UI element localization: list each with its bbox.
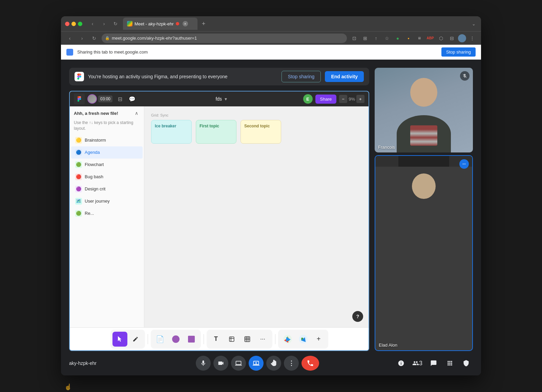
pen-tool[interactable] (128, 332, 143, 347)
browser-nav: ‹ › ↻ (88, 19, 120, 28)
maximize-window-button[interactable] (78, 22, 82, 26)
back-button[interactable]: ‹ (88, 19, 97, 28)
browser-window: ‹ › ↻ Meet - aky-hzpk-ehr × + ⌄ ‹ › ↻ 🔒 … (61, 16, 481, 375)
template-brainstorm-label: Brainstorm (85, 138, 106, 143)
panel-header-text: Ahh, a fresh new file! (74, 111, 118, 116)
view-mode-icon[interactable]: ⊟ (115, 94, 125, 104)
active-tab[interactable]: Meet - aky-hzpk-ehr × (123, 18, 197, 30)
help-button[interactable]: ? (352, 311, 363, 322)
new-tab-button[interactable]: + (199, 19, 208, 28)
ice-breaker-label: Ice breaker (155, 124, 176, 128)
camera-button[interactable] (213, 356, 228, 371)
more-options-button[interactable]: ⋮ (284, 356, 299, 371)
read-mode-button[interactable]: ⊞ (360, 34, 370, 43)
timer-badge: 03:00 (98, 96, 112, 102)
template-re-label: Re... (85, 211, 94, 216)
panel-hint: Use the ↑↓ keys to pick a starting layou… (70, 120, 144, 134)
cast-button[interactable]: ⊡ (350, 34, 359, 43)
present-button[interactable] (231, 356, 246, 371)
template-user-journey[interactable]: 🗺️ User journey (71, 195, 143, 207)
template-design-crit[interactable]: 🟣 Design crit (71, 183, 143, 195)
people-button[interactable]: 3 (411, 356, 424, 370)
raise-hand-button[interactable] (266, 356, 281, 371)
back-addr-button[interactable]: ‹ (65, 34, 75, 43)
meet-right-controls: 3 (392, 356, 473, 370)
ext-layout[interactable]: ⊟ (447, 34, 457, 43)
zoom-in-button[interactable]: + (356, 95, 364, 103)
francois-name-label: Francois (378, 145, 395, 150)
figma-share-button[interactable]: Share (315, 95, 337, 104)
template-re[interactable]: 🟢 Re... (71, 207, 143, 220)
circle-tool[interactable] (168, 332, 183, 347)
canvas-card-ice-breaker[interactable]: Ice breaker (151, 120, 192, 144)
template-agenda[interactable]: 🔵 Agenda (71, 146, 143, 159)
microphone-button[interactable] (196, 356, 211, 371)
tab-close-button[interactable]: × (183, 21, 188, 26)
zoom-level: 9% (349, 97, 355, 102)
figma-logo-icon (75, 72, 84, 81)
minimize-window-button[interactable] (71, 22, 76, 26)
canvas-card-second-topic[interactable]: Second topic (241, 120, 281, 144)
comment-icon[interactable]: 💬 (127, 94, 137, 104)
rect-tool[interactable] (184, 332, 199, 347)
figma-menu-button[interactable] (74, 94, 85, 104)
user-avatar[interactable] (458, 34, 466, 42)
canvas-card-first-topic[interactable]: First topic (196, 120, 236, 144)
meet-btn[interactable]: ● (393, 34, 402, 43)
activities-button[interactable] (443, 356, 457, 370)
stop-sharing-meet-button[interactable]: Stop sharing (282, 71, 321, 82)
zoom-out-button[interactable]: − (339, 95, 347, 103)
canvas-cards-row: Ice breaker First topic Second topic (151, 120, 362, 144)
activity-banner-text: You're hosting an activity using Figma, … (88, 74, 277, 79)
toolbar-section-select (110, 330, 145, 349)
reload-addr-button[interactable]: ↻ (89, 34, 99, 43)
template-flowchart[interactable]: 🟢 Flowchart (71, 159, 143, 171)
toolbar-divider-2 (204, 334, 204, 344)
francois-head (410, 78, 437, 107)
elad-more-options-button[interactable]: ··· (459, 159, 469, 169)
select-tool[interactable] (112, 332, 127, 347)
design-crit-icon: 🟣 (75, 186, 82, 192)
chat-button[interactable] (427, 356, 440, 370)
activity-share-button[interactable] (249, 356, 264, 371)
template-user-journey-label: User journey (85, 199, 110, 204)
browser-actions: ⊡ ⊞ ↑ ☆ ● ▪ 🖥 ABP ⬡ ⊟ ⋮ (350, 34, 477, 43)
reload-button[interactable]: ↻ (111, 19, 120, 28)
sticky-note-tool[interactable]: 📄 (153, 332, 168, 347)
share-button[interactable]: ↑ (371, 34, 381, 43)
video-tile-elad: ··· Elad Alon (375, 155, 473, 351)
figma-body: Ahh, a fresh new file! ∧ Use the ↑↓ keys… (70, 106, 369, 327)
sharing-banner: Sharing this tab to meet.google.com Stop… (61, 45, 481, 60)
window-menu-button[interactable]: ⌄ (470, 21, 477, 26)
widget-2-tool[interactable] (296, 332, 311, 347)
text-tool[interactable]: T (209, 332, 224, 347)
safety-button[interactable] (459, 356, 473, 370)
browser-stop-sharing-button[interactable]: Stop sharing (441, 47, 476, 57)
figma-user-avatar (87, 94, 97, 104)
ext-abp[interactable]: ABP (425, 34, 435, 43)
widget-1-tool[interactable] (280, 332, 295, 347)
toolbar-divider-3 (275, 334, 275, 344)
ext-puzzle[interactable]: ⬡ (436, 34, 446, 43)
add-widget-tool[interactable]: + (311, 332, 326, 347)
ext-1[interactable]: ▪ (404, 34, 413, 43)
toolbar-section-shapes: 📄 (151, 330, 201, 349)
end-call-button[interactable] (301, 356, 319, 371)
filename-dropdown-arrow[interactable]: ▾ (225, 96, 227, 102)
forward-addr-button[interactable]: › (77, 34, 87, 43)
chrome-menu-button[interactable]: ⋮ (467, 34, 477, 43)
ext-2[interactable]: 🖥 (415, 34, 424, 43)
address-bar[interactable]: 🔒 meet.google.com/aky-hzpk-ehr?authuser=… (102, 34, 347, 43)
template-brainstorm[interactable]: 🟡 Brainstorm (71, 134, 143, 146)
table-tool[interactable] (240, 332, 255, 347)
close-window-button[interactable] (65, 22, 69, 26)
bookmark-button[interactable]: ☆ (382, 34, 392, 43)
end-activity-button[interactable]: End activity (325, 71, 364, 82)
frame-tool[interactable] (224, 332, 239, 347)
toolbar-divider-1 (148, 334, 148, 344)
forward-button[interactable]: › (99, 19, 109, 28)
template-bug-bash[interactable]: 🔴 Bug bash (71, 171, 143, 183)
more-tools[interactable]: ··· (255, 332, 270, 347)
panel-collapse-button[interactable]: ∧ (133, 110, 140, 117)
info-button[interactable] (394, 356, 408, 370)
